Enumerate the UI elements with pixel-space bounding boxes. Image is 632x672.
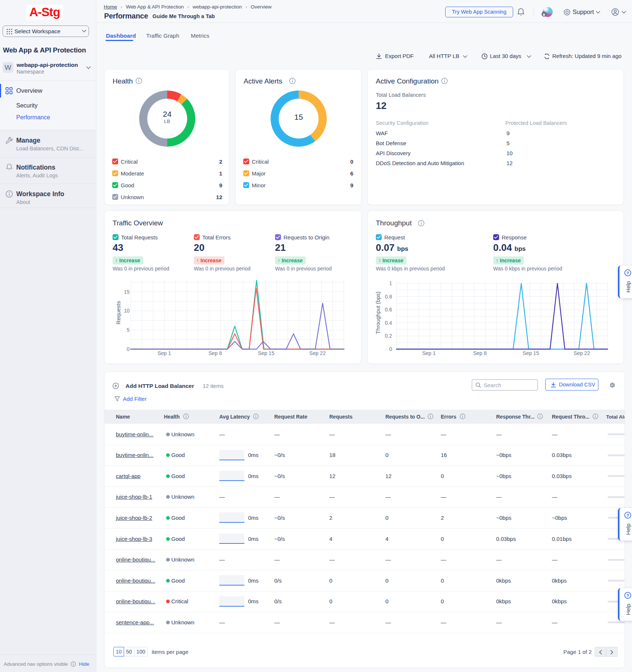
svg-text:?: ?: [626, 513, 629, 518]
svg-text:?: ?: [626, 271, 629, 275]
svg-text:?: ?: [626, 593, 629, 598]
